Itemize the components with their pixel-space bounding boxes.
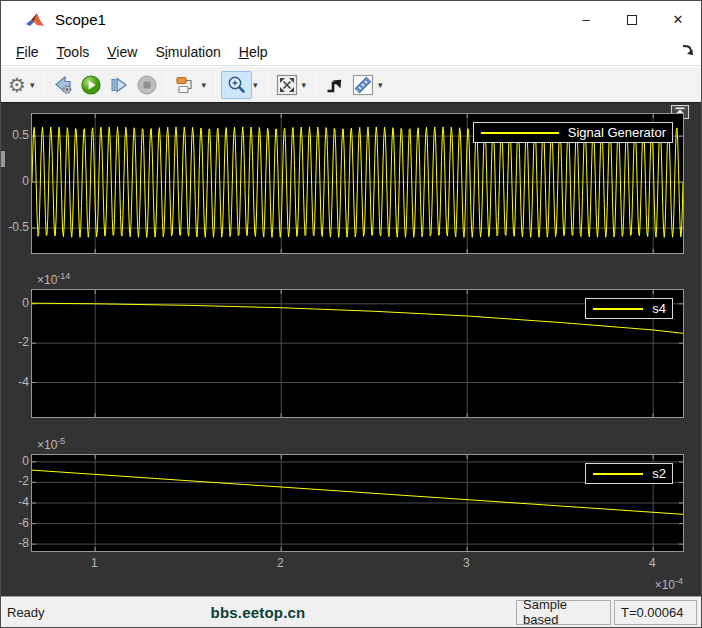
toolbar-separator <box>267 73 268 97</box>
y-tick-label: -4 <box>3 495 29 509</box>
menu-tools[interactable]: Tools <box>48 41 99 63</box>
legend-label: s4 <box>652 301 666 316</box>
window-title: Scope1 <box>55 11 106 28</box>
parameters-button[interactable]: ⚙ <box>5 71 29 99</box>
stop-icon <box>136 74 158 96</box>
y-tick-label: -6 <box>3 516 29 530</box>
run-button[interactable] <box>77 71 105 99</box>
fit-to-view-dropdown[interactable]: ▾ <box>301 80 311 90</box>
scope-window: Scope1 – ✕ File Tools View Simulation He… <box>0 0 702 628</box>
minimize-button[interactable]: – <box>563 1 609 38</box>
signal-selector-button[interactable] <box>172 71 200 99</box>
signal-blocks-icon <box>175 74 197 96</box>
y-tick-label: 0 <box>3 296 29 310</box>
x-axis-scale-label: ×10-4 <box>655 576 683 592</box>
signal-selector-dropdown[interactable]: ▾ <box>200 80 210 90</box>
close-button[interactable]: ✕ <box>655 1 701 38</box>
plot-s4[interactable]: s4 <box>31 289 684 418</box>
fit-to-view-button[interactable] <box>273 71 301 99</box>
menu-simulation[interactable]: Simulation <box>146 41 229 63</box>
status-sim-time: T=0.00064 <box>614 600 697 625</box>
legend-signal-generator[interactable]: Signal Generator <box>473 122 673 143</box>
ruler-icon <box>352 74 374 96</box>
legend-label: Signal Generator <box>568 125 666 140</box>
watermark-text: bbs.eetop.cn <box>1 604 515 621</box>
fit-view-icon <box>276 74 298 96</box>
plot-s2-y-scale-label: ×10-5 <box>37 436 65 452</box>
maximize-icon <box>627 15 637 25</box>
matlab-scope-icon <box>25 11 45 29</box>
x-tick-label: 4 <box>637 556 667 570</box>
measurements-button[interactable] <box>349 71 377 99</box>
step-forward-button[interactable] <box>105 71 133 99</box>
y-tick-label: -8 <box>3 536 29 550</box>
menu-file[interactable]: File <box>7 41 48 63</box>
stop-button[interactable] <box>133 71 161 99</box>
legend-line-sample <box>593 308 643 310</box>
x-tick-label: 3 <box>451 556 481 570</box>
title-bar[interactable]: Scope1 – ✕ <box>1 1 701 38</box>
y-tick-label: 0.5 <box>3 128 29 142</box>
legend-s2[interactable]: s2 <box>585 463 673 484</box>
legend-label: s2 <box>652 466 666 481</box>
step-forward-icon <box>108 74 130 96</box>
toolbar-separator <box>43 73 44 97</box>
toolbar: ⚙ ▾ <box>1 66 701 102</box>
y-tick-label: -4 <box>3 375 29 389</box>
y-tick-label: 0 <box>3 174 29 188</box>
plot-s4-y-scale-label: ×10-14 <box>37 271 70 287</box>
toolbar-separator <box>166 73 167 97</box>
legend-line-sample <box>481 132 559 134</box>
y-tick-label: -2 <box>3 335 29 349</box>
zoom-button[interactable] <box>221 71 252 99</box>
step-back-icon <box>52 74 74 96</box>
splitter-grip[interactable] <box>1 151 5 167</box>
gear-icon: ⚙ <box>8 75 26 95</box>
trigger-icon <box>324 74 346 96</box>
status-sample-mode: Sample based <box>516 600 611 625</box>
plot-signal-generator[interactable]: Signal Generator <box>31 113 684 254</box>
y-tick-label: -2 <box>3 474 29 488</box>
menu-bar: File Tools View Simulation Help <box>1 38 701 66</box>
toolbar-separator <box>315 73 316 97</box>
zoom-dropdown[interactable]: ▾ <box>252 80 262 90</box>
measurements-dropdown[interactable]: ▾ <box>377 80 387 90</box>
x-tick-label: 1 <box>79 556 109 570</box>
legend-line-sample <box>593 473 643 475</box>
plot-s2[interactable]: s2 <box>31 454 684 552</box>
dock-arrow-icon[interactable] <box>681 43 695 57</box>
toolbar-separator <box>215 73 216 97</box>
scope-canvas: Signal Generator s4 s2 ×10-14 ×10-5 ×10-… <box>1 102 701 596</box>
x-tick-label: 2 <box>265 556 295 570</box>
trigger-button[interactable] <box>321 71 349 99</box>
step-back-button[interactable] <box>49 71 77 99</box>
legend-s4[interactable]: s4 <box>585 298 673 319</box>
zoom-in-icon <box>225 74 248 96</box>
run-play-icon <box>80 74 102 96</box>
status-bar: Ready bbs.eetop.cn Sample based T=0.0006… <box>1 596 701 627</box>
y-tick-label: 0 <box>3 454 29 468</box>
parameters-dropdown[interactable]: ▾ <box>29 80 39 90</box>
y-tick-label: -0.5 <box>3 220 29 234</box>
menu-help[interactable]: Help <box>230 41 277 63</box>
maximize-button[interactable] <box>609 1 655 38</box>
menu-view[interactable]: View <box>98 41 146 63</box>
